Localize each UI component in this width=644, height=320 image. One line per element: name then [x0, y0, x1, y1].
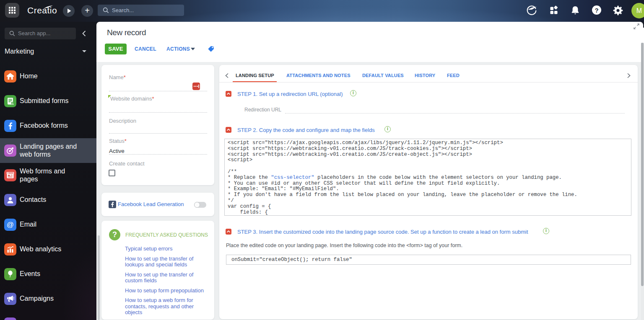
svg-text:?: ?	[595, 7, 598, 14]
svg-text:@: @	[7, 221, 14, 229]
